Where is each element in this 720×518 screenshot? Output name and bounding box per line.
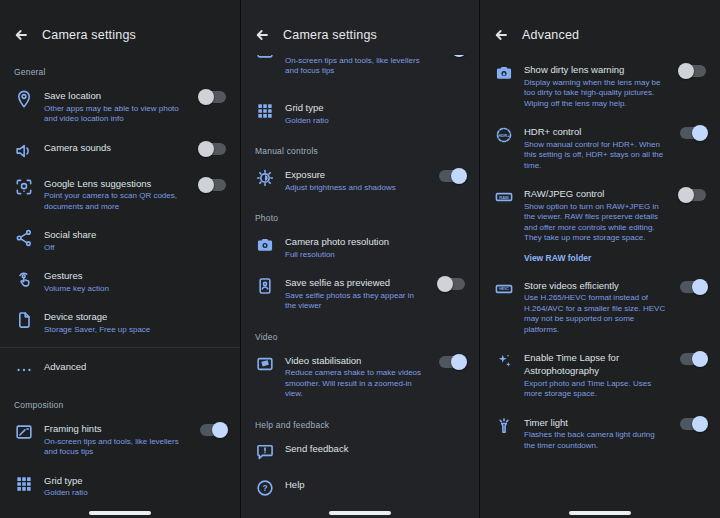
toggle-knob bbox=[198, 141, 214, 157]
setting-subtitle: Show manual control for HDR+. When this … bbox=[524, 140, 666, 172]
setting-row-dirty-lens[interactable]: Show dirty lens warning Display warning … bbox=[480, 55, 720, 117]
setting-row-exposure[interactable]: Exposure Adjust brightness and shadows bbox=[241, 160, 479, 201]
setting-title: Help bbox=[285, 478, 465, 491]
raw-jpeg-toggle[interactable] bbox=[680, 189, 706, 201]
dirty-lens-toggle[interactable] bbox=[680, 65, 706, 77]
settings-list: Framing hints On-screen tips and tools, … bbox=[241, 53, 479, 506]
setting-row-hdr-control[interactable]: HDR+ HDR+ control Show manual control fo… bbox=[480, 117, 720, 179]
setting-texts: RAW/JPEG control Show option to turn on … bbox=[524, 187, 666, 263]
setting-texts: Google Lens suggestions Point your camer… bbox=[44, 177, 186, 213]
back-arrow-icon bbox=[254, 27, 270, 43]
setting-title: Exposure bbox=[285, 168, 425, 181]
view-raw-folder-link[interactable]: View RAW folder bbox=[524, 253, 666, 263]
grid-icon bbox=[255, 101, 275, 121]
setting-title: Grid type bbox=[285, 101, 465, 114]
svg-text:HDR+: HDR+ bbox=[498, 133, 510, 138]
setting-row-photo-resolution[interactable]: Camera photo resolution Full resolution bbox=[241, 227, 479, 268]
video-stabilisation-toggle[interactable] bbox=[439, 356, 465, 368]
exposure-toggle[interactable] bbox=[439, 170, 465, 182]
setting-subtitle: Full resolution bbox=[285, 250, 465, 261]
setting-subtitle: Off bbox=[44, 243, 226, 254]
speaker-icon bbox=[14, 141, 34, 161]
setting-row-grid-type[interactable]: Grid type Golden ratio bbox=[241, 93, 479, 134]
setting-texts: Save selfie as previewed Save selfie pho… bbox=[285, 276, 425, 312]
setting-row-save-selfie[interactable]: Save selfie as previewed Save selfie pho… bbox=[241, 268, 479, 320]
store-videos-toggle[interactable] bbox=[680, 281, 706, 293]
svg-text:HEVC: HEVC bbox=[499, 287, 509, 291]
setting-row-gestures[interactable]: Gestures Volume key action bbox=[0, 261, 240, 302]
setting-texts: Save location Other apps may be able to … bbox=[44, 89, 186, 125]
setting-texts: Video stabilisation Reduce camera shake … bbox=[285, 354, 425, 400]
setting-row-camera-sounds[interactable]: Camera sounds bbox=[0, 133, 240, 169]
framing-icon bbox=[14, 422, 34, 442]
panel-camera-settings-1: Camera settings General Save location Ot… bbox=[0, 0, 240, 518]
setting-row-framing-hints[interactable]: Framing hints On-screen tips and tools, … bbox=[241, 55, 479, 85]
setting-texts: Timer light Flashes the back camera ligh… bbox=[524, 416, 666, 452]
setting-subtitle: Golden ratio bbox=[44, 488, 226, 499]
hevc-badge-icon: HEVC bbox=[494, 279, 514, 299]
setting-subtitle: Use H.265/HEVC format instead of H.264/A… bbox=[524, 293, 666, 335]
setting-row-astro-timelapse[interactable]: Enable Time Lapse for Astrophotography E… bbox=[480, 343, 720, 408]
setting-row-store-videos[interactable]: HEVC Store videos efficiently Use H.265/… bbox=[480, 271, 720, 344]
section-header-video: Video bbox=[241, 320, 479, 346]
home-indicator[interactable] bbox=[89, 511, 151, 515]
framing-hints-toggle[interactable] bbox=[200, 424, 226, 436]
section-header-general: General bbox=[0, 55, 240, 81]
setting-subtitle: Flashes the back camera light during the… bbox=[524, 430, 666, 451]
astro-stars-icon bbox=[494, 351, 514, 371]
section-header-photo: Photo bbox=[241, 201, 479, 227]
page-title: Camera settings bbox=[283, 28, 377, 42]
toggle-knob bbox=[678, 187, 694, 203]
setting-row-video-stabilisation[interactable]: Video stabilisation Reduce camera shake … bbox=[241, 346, 479, 408]
setting-row-advanced[interactable]: Advanced bbox=[0, 352, 240, 388]
framing-icon bbox=[255, 55, 275, 61]
ellipsis-icon bbox=[14, 360, 34, 380]
toggle-knob bbox=[451, 354, 467, 370]
setting-row-social-share[interactable]: Social share Off bbox=[0, 220, 240, 261]
setting-texts: Grid type Golden ratio bbox=[285, 101, 465, 126]
toggle-knob bbox=[692, 416, 708, 432]
setting-subtitle: Save selfie photos as they appear in the… bbox=[285, 291, 425, 312]
timer-light-toggle[interactable] bbox=[680, 418, 706, 430]
setting-row-save-location[interactable]: Save location Other apps may be able to … bbox=[0, 81, 240, 133]
back-arrow-icon bbox=[493, 27, 509, 43]
setting-texts: Camera photo resolution Full resolution bbox=[285, 235, 465, 260]
setting-row-raw-jpeg[interactable]: RAW RAW/JPEG control Show option to turn… bbox=[480, 179, 720, 271]
setting-subtitle: Export photo and Time Lapse. Uses more s… bbox=[524, 379, 666, 400]
lens-scan-icon bbox=[14, 177, 34, 197]
camera-sounds-toggle[interactable] bbox=[200, 143, 226, 155]
setting-row-device-storage[interactable]: Device storage Storage Saver, Free up sp… bbox=[0, 302, 240, 343]
hdr-plus-icon: HDR+ bbox=[494, 125, 514, 145]
setting-texts: Social share Off bbox=[44, 228, 226, 253]
app-bar: Camera settings bbox=[0, 0, 240, 53]
setting-row-help[interactable]: ? Help bbox=[241, 470, 479, 506]
setting-title: Show dirty lens warning bbox=[524, 63, 666, 76]
back-button[interactable] bbox=[493, 27, 509, 43]
home-indicator[interactable] bbox=[329, 511, 391, 515]
setting-row-framing-hints[interactable]: Framing hints On-screen tips and tools, … bbox=[0, 414, 240, 466]
setting-texts: Show dirty lens warning Display warning … bbox=[524, 63, 666, 109]
hdr-control-toggle[interactable] bbox=[680, 127, 706, 139]
setting-subtitle: Golden ratio bbox=[285, 116, 465, 127]
location-pin-icon bbox=[14, 89, 34, 109]
setting-row-google-lens[interactable]: Google Lens suggestions Point your camer… bbox=[0, 169, 240, 221]
save-selfie-toggle[interactable] bbox=[439, 278, 465, 290]
setting-row-timer-light[interactable]: Timer light Flashes the back camera ligh… bbox=[480, 408, 720, 460]
google-lens-toggle[interactable] bbox=[200, 179, 226, 191]
setting-texts: Advanced bbox=[44, 360, 226, 373]
video-stabilisation-icon bbox=[255, 354, 275, 374]
section-header-composition: Composition bbox=[0, 388, 240, 414]
back-button[interactable] bbox=[254, 27, 270, 43]
setting-row-send-feedback[interactable]: Send feedback bbox=[241, 434, 479, 470]
panel-camera-settings-2: Camera settings Framing hints On-screen … bbox=[240, 0, 480, 518]
setting-texts: Store videos efficiently Use H.265/HEVC … bbox=[524, 279, 666, 336]
back-button[interactable] bbox=[13, 27, 29, 43]
setting-texts: Framing hints On-screen tips and tools, … bbox=[44, 422, 186, 458]
setting-row-grid-type[interactable]: Grid type Golden ratio bbox=[0, 466, 240, 507]
settings-list: General Save location Other apps may be … bbox=[0, 53, 240, 507]
home-indicator[interactable] bbox=[569, 511, 631, 515]
setting-title: Social share bbox=[44, 228, 226, 241]
save-location-toggle[interactable] bbox=[200, 91, 226, 103]
setting-title: Grid type bbox=[44, 474, 226, 487]
astro-timelapse-toggle[interactable] bbox=[680, 353, 706, 365]
